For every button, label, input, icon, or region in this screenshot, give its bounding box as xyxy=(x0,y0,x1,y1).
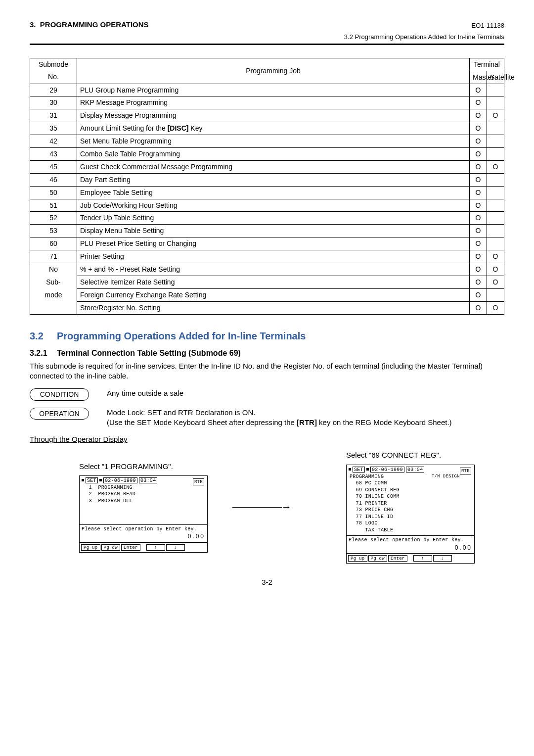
page-number: 3-2 xyxy=(30,577,504,587)
table-row: 53Display Menu Table SettingO xyxy=(30,225,504,237)
through-display: Through the Operator Display xyxy=(30,434,504,444)
operation-row: OPERATION Mode Lock: SET and RTR Declara… xyxy=(30,408,504,428)
table-row: 43Combo Sale Table ProgrammingO xyxy=(30,148,504,161)
left-amount: 0.00 xyxy=(188,532,205,540)
table-row: 30RKP Message ProgrammingO xyxy=(30,96,504,109)
section-title: Programming Operations Added for In-line… xyxy=(57,331,306,341)
screen-button[interactable]: Pg up xyxy=(81,544,100,551)
table-row: 35Amount Limit Setting for the [DISC] Ke… xyxy=(30,122,504,135)
arrow-icon: → xyxy=(227,500,297,515)
left-caption: Select "1 PROGRAMMING". xyxy=(79,462,227,472)
subsection-num: 3.2.1 xyxy=(30,348,57,359)
table-row: No% + and % - Preset Rate SettingOO xyxy=(30,263,504,276)
th-submode: Submode xyxy=(39,60,68,68)
dot-icon xyxy=(82,479,84,481)
right-title: PROGRAMMING xyxy=(350,473,384,480)
status-date: 02-06-1999 xyxy=(103,477,137,483)
table-row: 71Printer SettingOO xyxy=(30,250,504,263)
screen-button[interactable]: Enter xyxy=(121,544,140,551)
header-rule xyxy=(30,44,504,45)
table-row: 29PLU Group Name ProgrammingO xyxy=(30,84,504,96)
dot-icon xyxy=(99,479,102,481)
right-amount: 0.00 xyxy=(455,544,472,552)
doc-number: EO1-11138 xyxy=(472,21,505,30)
th-satellite: Satellite xyxy=(490,73,515,81)
status-set: SET xyxy=(86,477,98,483)
th-job: Programming Job xyxy=(246,67,301,75)
chapter-num: 3. xyxy=(30,20,36,29)
rtr-badge: RTR xyxy=(193,478,204,485)
operation-text: Mode Lock: SET and RTR Declaration is ON… xyxy=(107,408,504,428)
screen-line: 69 CONNECT REG xyxy=(350,487,471,494)
screen-line: 78 LOGO xyxy=(350,520,471,527)
subsection-title: Terminal Connection Table Setting (Submo… xyxy=(57,349,241,357)
right-prompt: Please select operation by Enter key. xyxy=(349,537,464,543)
screen-line: TAX TABLE xyxy=(350,527,471,534)
tm-design: T/M DESIGN xyxy=(432,473,460,479)
rtr-badge: RTR xyxy=(460,468,471,474)
screen-button[interactable]: Pg dw xyxy=(368,555,388,562)
status-set: SET xyxy=(353,467,365,472)
screen-line: 3 PROGRAM DLL xyxy=(83,498,204,505)
dot-icon xyxy=(366,468,369,471)
th-terminal: Terminal xyxy=(474,60,500,68)
table-row: 31Display Message ProgrammingOO xyxy=(30,109,504,122)
status-time: 03:04 xyxy=(139,477,158,483)
screen-button[interactable]: Pg up xyxy=(348,555,367,562)
table-row: 51Job Code/Working Hour SettingO xyxy=(30,199,504,212)
table-row: 52Tender Up Table SettingO xyxy=(30,212,504,225)
subsection-body: This submode is required for in-line ser… xyxy=(30,361,504,381)
status-date: 02-06-1999 xyxy=(370,467,404,472)
screen-button[interactable]: Enter xyxy=(388,555,407,562)
screen-button[interactable]: Pg dw xyxy=(101,544,121,551)
dot-icon xyxy=(349,468,351,471)
condition-row: CONDITION Any time outside a sale xyxy=(30,388,504,401)
screen-line: 77 INLINE ID xyxy=(350,514,471,520)
table-row: 46Day Part SettingO xyxy=(30,173,504,186)
right-screen: SET 02-06-1999 03:04 RTR PROGRAMMING T/M… xyxy=(346,465,475,564)
table-row: Sub-Selective Itemizer Rate SettingOO xyxy=(30,276,504,288)
condition-pill: CONDITION xyxy=(30,388,89,401)
table-row: Store/Register No. SettingOO xyxy=(30,301,504,314)
screen-line: 73 PRICE CHG xyxy=(350,507,471,514)
screen-line: 70 INLINE COMM xyxy=(350,493,471,500)
operation-pill: OPERATION xyxy=(30,408,89,420)
screen-line: 71 PRINTER xyxy=(350,500,471,507)
screen-button[interactable]: ↑ xyxy=(413,555,432,562)
left-prompt: Please select operation by Enter key. xyxy=(82,526,197,532)
screens-row: Select "1 PROGRAMMING". SET 02-06-1999 0… xyxy=(30,450,504,563)
table-row: 42Set Menu Table ProgrammingO xyxy=(30,135,504,148)
right-caption: Select "69 CONNECT REG". xyxy=(346,450,494,460)
condition-text: Any time outside a sale xyxy=(107,388,504,398)
chapter-title: PROGRAMMING OPERATIONS xyxy=(40,20,149,29)
left-col: Select "1 PROGRAMMING". SET 02-06-1999 0… xyxy=(30,462,227,553)
screen-line: 68 PC COMM xyxy=(350,480,471,487)
section-num: 3.2 xyxy=(30,330,57,343)
header-subtitle: 3.2 Programming Operations Added for In-… xyxy=(30,33,504,42)
table-row: 50Employee Table SettingO xyxy=(30,186,504,199)
table-row: 60PLU Preset Price Setting or ChangingO xyxy=(30,237,504,250)
screen-line: 2 PROGRAM READ xyxy=(83,491,204,498)
screen-button[interactable]: ↑ xyxy=(146,544,165,551)
programming-table: Submode Programming Job Terminal No. Mas… xyxy=(30,58,504,315)
screen-line: 1 PROGRAMMING xyxy=(83,484,204,491)
section-3-2-heading: 3.2Programming Operations Added for In-l… xyxy=(30,330,504,343)
left-screen: SET 02-06-1999 03:04 RTR 1 PROGRAMMING 2… xyxy=(79,475,208,553)
section-3-2-1-heading: 3.2.1Terminal Connection Table Setting (… xyxy=(30,348,504,359)
screen-button[interactable]: ↓ xyxy=(166,544,185,551)
table-row: 45Guest Check Commercial Message Program… xyxy=(30,160,504,173)
screen-button[interactable]: ↓ xyxy=(433,555,452,562)
page-header: 3. PROGRAMMING OPERATIONS EO1-11138 xyxy=(30,20,504,31)
th-no: No. xyxy=(48,73,59,81)
table-row: modeForeign Currency Exchange Rate Setti… xyxy=(30,288,504,301)
right-col: Select "69 CONNECT REG". SET 02-06-1999 … xyxy=(297,450,494,563)
status-time: 03:04 xyxy=(406,467,425,472)
